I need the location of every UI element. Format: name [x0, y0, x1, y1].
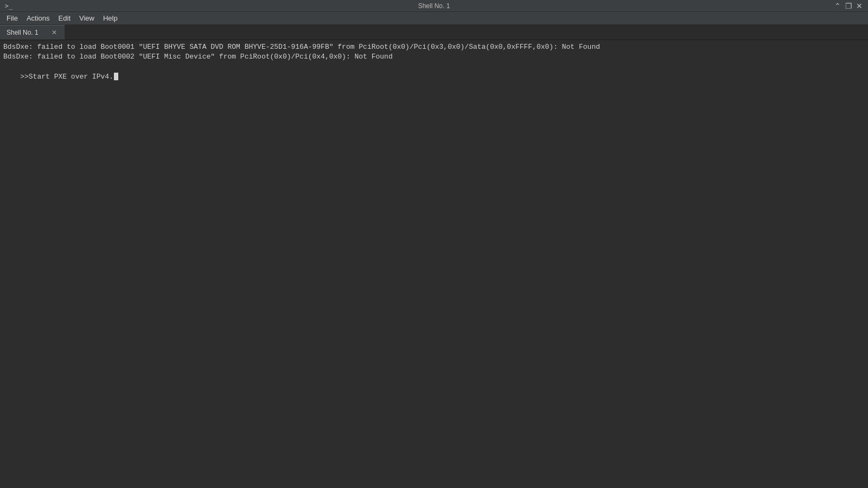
app-icon: >_	[4, 2, 13, 10]
menu-actions[interactable]: Actions	[22, 13, 54, 23]
terminal-line-1: BdsDxe: failed to load Boot0001 "UEFI BH…	[3, 42, 865, 52]
terminal-line-4: >>Start PXE over IPv4.	[3, 62, 865, 92]
terminal-line-2: BdsDxe: failed to load Boot0002 "UEFI Mi…	[3, 52, 865, 62]
scroll-up-button[interactable]: ⌃	[833, 2, 842, 10]
restore-button[interactable]: ❐	[844, 2, 853, 10]
terminal-area[interactable]: BdsDxe: failed to load Boot0001 "UEFI BH…	[0, 40, 868, 488]
tab-shell-1[interactable]: Shell No. 1 ✕	[0, 25, 65, 40]
terminal-cursor	[114, 73, 118, 80]
menu-view[interactable]: View	[75, 13, 99, 23]
menu-help[interactable]: Help	[99, 13, 122, 23]
title-bar: >_ Shell No. 1 ⌃ ❐ ✕	[0, 0, 868, 12]
menu-file[interactable]: File	[2, 13, 22, 23]
window-title: Shell No. 1	[418, 2, 450, 10]
tab-label: Shell No. 1	[7, 29, 39, 36]
tab-bar: Shell No. 1 ✕	[0, 25, 868, 40]
tab-close-button[interactable]: ✕	[50, 29, 58, 36]
menu-edit[interactable]: Edit	[54, 13, 75, 23]
close-button[interactable]: ✕	[855, 2, 864, 10]
menu-bar: File Actions Edit View Help	[0, 12, 868, 25]
title-bar-controls: ⌃ ❐ ✕	[833, 2, 864, 10]
